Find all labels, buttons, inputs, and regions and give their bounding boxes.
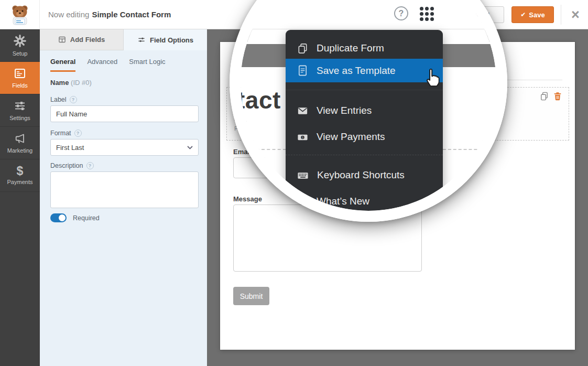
megaphone-icon [13,132,27,145]
delete-field-icon[interactable] [553,91,562,101]
help-icon[interactable]: ? [394,6,408,20]
sidebar-item-settings[interactable]: Settings [0,94,40,127]
sliders-icon [13,100,27,112]
required-label: Required [73,214,100,222]
check-icon: ✔ [520,11,526,18]
bear-mascot-icon [8,4,31,26]
field-id: (ID #0) [71,79,92,87]
required-toggle-row: Required [50,213,100,222]
now-editing-prefix: Now editing [48,10,89,19]
field-options-icon [137,36,146,44]
wpforms-logo [0,0,40,29]
field-heading: Name (ID #0) [50,79,92,87]
message-label: Message [233,195,262,203]
subtab-general[interactable]: General [50,58,75,72]
menu-item-keyboard-shortcuts[interactable]: Keyboard Shortcuts [286,164,443,187]
menu-divider [286,90,443,90]
tab-add-fields[interactable]: Add Fields [40,29,124,50]
help-tooltip-icon[interactable]: ? [70,96,77,103]
envelope-icon [297,105,309,117]
format-heading: Format ? [50,130,82,137]
sidebar-item-fields[interactable]: Fields [0,62,40,94]
subtab-smart-logic[interactable]: Smart Logic [129,58,165,72]
gear-icon [13,34,27,48]
menu-item-view-payments[interactable]: 1 View Payments [286,125,443,148]
keyboard-icon [297,169,309,181]
tools-dropdown-menu: Duplicate Form Save as Template View Ent… [286,30,443,212]
menu-item-view-entries[interactable]: View Entries [286,99,443,122]
description-heading: Description ? [50,162,94,169]
chevron-down-icon [187,146,193,149]
menu-item-duplicate-form[interactable]: Duplicate Form [286,37,443,60]
tools-menu-icon[interactable] [420,7,435,22]
duplicate-icon [297,42,309,55]
menu-item-save-as-template[interactable]: Save as Template [286,59,443,82]
option-subtabs: General Advanced Smart Logic [50,58,166,72]
help-tooltip-icon[interactable]: ? [74,130,82,137]
template-document-icon [297,64,309,77]
wpforms-builder: Now editing Simple Contact Form ? Embed … [0,0,588,366]
form-fields-icon [13,67,27,80]
first-sublabel: First [234,125,245,132]
duplicate-field-icon[interactable] [539,91,549,101]
now-editing-status: Now editing Simple Contact Form [48,0,171,29]
format-select[interactable]: First Last [50,139,199,156]
sidebar-item-setup[interactable]: Setup [0,29,40,62]
subtab-advanced[interactable]: Advanced [87,58,117,72]
money-bill-icon: 1 [297,131,309,143]
svg-text:1: 1 [302,135,303,138]
field-options-panel: Add Fields Field Options General Advance… [40,29,207,366]
submit-button[interactable]: Submit [233,287,269,305]
save-button[interactable]: ✔ Save [511,6,554,23]
dollar-icon: $ [17,166,24,176]
description-textarea[interactable] [50,171,199,208]
add-fields-icon [58,36,66,44]
label-input[interactable] [50,105,199,122]
required-toggle[interactable] [50,213,67,222]
toolbar-divider [561,5,561,25]
panel-tabs: Add Fields Field Options [40,29,207,50]
close-builder-button[interactable]: × [566,5,585,24]
hand-cursor-icon [422,67,442,89]
message-textarea[interactable] [233,204,422,272]
label-heading: Label ? [50,96,77,103]
menu-divider [286,155,443,155]
help-tooltip-icon[interactable]: ? [86,162,94,169]
form-name: Simple Contact Form [92,10,171,19]
sidebar-item-payments[interactable]: $ Payments [0,159,40,192]
builder-sidebar: Setup Fields Settings Marketing [0,29,40,366]
sidebar-item-marketing[interactable]: Marketing [0,127,40,159]
tab-field-options[interactable]: Field Options [124,29,207,50]
email-label: Email [233,148,252,156]
